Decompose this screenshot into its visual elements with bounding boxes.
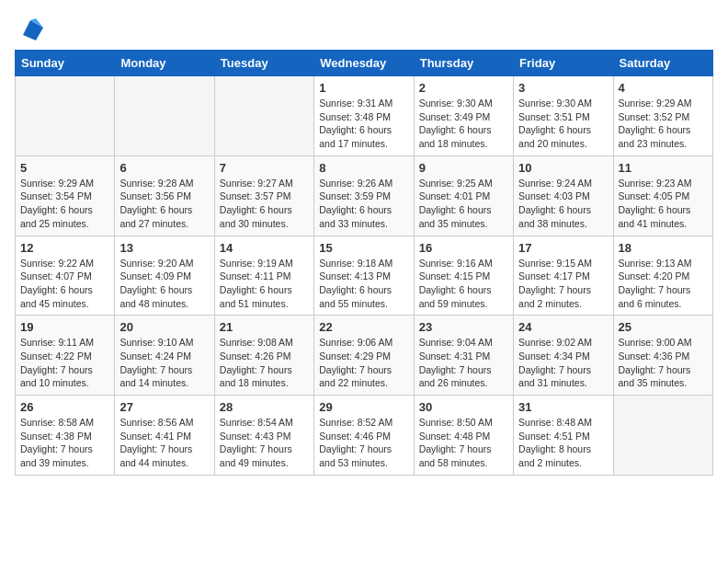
day-info: Sunrise: 8:58 AM Sunset: 4:38 PM Dayligh… bbox=[20, 416, 109, 470]
day-number: 13 bbox=[119, 241, 209, 255]
day-info: Sunrise: 9:29 AM Sunset: 3:52 PM Dayligh… bbox=[619, 97, 708, 151]
day-info: Sunrise: 9:13 AM Sunset: 4:20 PM Dayligh… bbox=[619, 257, 708, 311]
calendar-cell: 25Sunrise: 9:00 AM Sunset: 4:36 PM Dayli… bbox=[613, 316, 712, 396]
day-number: 19 bbox=[20, 320, 109, 334]
calendar-cell: 22Sunrise: 9:06 AM Sunset: 4:29 PM Dayli… bbox=[314, 316, 414, 396]
calendar-cell: 9Sunrise: 9:25 AM Sunset: 4:01 PM Daylig… bbox=[414, 155, 513, 236]
day-number: 20 bbox=[119, 320, 209, 334]
day-number: 21 bbox=[220, 320, 309, 334]
calendar-cell: 2Sunrise: 9:30 AM Sunset: 3:49 PM Daylig… bbox=[414, 76, 513, 156]
day-info: Sunrise: 9:30 AM Sunset: 3:51 PM Dayligh… bbox=[518, 97, 608, 151]
calendar-header-row: SundayMondayTuesdayWednesdayThursdayFrid… bbox=[16, 51, 713, 76]
calendar-header-sunday: Sunday bbox=[16, 51, 115, 76]
day-number: 11 bbox=[619, 161, 708, 175]
calendar-header-wednesday: Wednesday bbox=[314, 51, 414, 76]
day-number: 18 bbox=[619, 241, 708, 255]
day-number: 5 bbox=[20, 161, 109, 175]
calendar-cell: 15Sunrise: 9:18 AM Sunset: 4:13 PM Dayli… bbox=[314, 236, 414, 316]
day-number: 26 bbox=[20, 400, 109, 414]
day-info: Sunrise: 9:29 AM Sunset: 3:54 PM Dayligh… bbox=[20, 177, 109, 231]
calendar-cell bbox=[16, 76, 115, 156]
calendar-week-row: 5Sunrise: 9:29 AM Sunset: 3:54 PM Daylig… bbox=[16, 155, 713, 236]
calendar-cell: 20Sunrise: 9:10 AM Sunset: 4:24 PM Dayli… bbox=[115, 316, 214, 396]
day-number: 25 bbox=[619, 320, 708, 334]
day-info: Sunrise: 9:11 AM Sunset: 4:22 PM Dayligh… bbox=[20, 336, 109, 390]
logo-icon bbox=[17, 15, 43, 40]
day-number: 16 bbox=[419, 241, 508, 255]
day-number: 17 bbox=[518, 241, 608, 255]
day-number: 30 bbox=[419, 400, 508, 414]
day-number: 15 bbox=[319, 241, 408, 255]
day-number: 24 bbox=[518, 320, 608, 334]
day-info: Sunrise: 8:54 AM Sunset: 4:43 PM Dayligh… bbox=[220, 416, 309, 470]
calendar-header-monday: Monday bbox=[115, 51, 214, 76]
day-number: 12 bbox=[20, 241, 109, 255]
day-number: 23 bbox=[419, 320, 508, 334]
day-number: 27 bbox=[119, 400, 209, 414]
day-number: 9 bbox=[419, 161, 508, 175]
calendar-cell: 27Sunrise: 8:56 AM Sunset: 4:41 PM Dayli… bbox=[115, 396, 214, 476]
calendar-cell: 13Sunrise: 9:20 AM Sunset: 4:09 PM Dayli… bbox=[115, 236, 214, 316]
calendar-cell: 28Sunrise: 8:54 AM Sunset: 4:43 PM Dayli… bbox=[214, 396, 313, 476]
calendar-cell: 23Sunrise: 9:04 AM Sunset: 4:31 PM Dayli… bbox=[414, 316, 513, 396]
calendar-cell: 8Sunrise: 9:26 AM Sunset: 3:59 PM Daylig… bbox=[314, 155, 414, 236]
calendar-cell: 11Sunrise: 9:23 AM Sunset: 4:05 PM Dayli… bbox=[613, 155, 712, 236]
calendar-week-row: 12Sunrise: 9:22 AM Sunset: 4:07 PM Dayli… bbox=[16, 236, 713, 316]
calendar-cell: 29Sunrise: 8:52 AM Sunset: 4:46 PM Dayli… bbox=[314, 396, 414, 476]
day-info: Sunrise: 9:20 AM Sunset: 4:09 PM Dayligh… bbox=[119, 257, 209, 311]
day-info: Sunrise: 9:18 AM Sunset: 4:13 PM Dayligh… bbox=[319, 257, 408, 311]
calendar-header-thursday: Thursday bbox=[414, 51, 513, 76]
day-number: 1 bbox=[319, 81, 408, 95]
calendar-cell bbox=[613, 396, 712, 476]
day-info: Sunrise: 9:25 AM Sunset: 4:01 PM Dayligh… bbox=[419, 177, 508, 231]
day-info: Sunrise: 9:27 AM Sunset: 3:57 PM Dayligh… bbox=[220, 177, 309, 231]
day-number: 10 bbox=[518, 161, 608, 175]
logo bbox=[15, 15, 43, 40]
calendar-cell: 5Sunrise: 9:29 AM Sunset: 3:54 PM Daylig… bbox=[16, 155, 115, 236]
calendar-header-saturday: Saturday bbox=[613, 51, 712, 76]
day-info: Sunrise: 9:04 AM Sunset: 4:31 PM Dayligh… bbox=[419, 336, 508, 390]
day-info: Sunrise: 9:00 AM Sunset: 4:36 PM Dayligh… bbox=[619, 336, 708, 390]
day-info: Sunrise: 8:48 AM Sunset: 4:51 PM Dayligh… bbox=[518, 416, 608, 470]
day-info: Sunrise: 9:08 AM Sunset: 4:26 PM Dayligh… bbox=[220, 336, 309, 390]
calendar-cell: 19Sunrise: 9:11 AM Sunset: 4:22 PM Dayli… bbox=[16, 316, 115, 396]
day-info: Sunrise: 9:16 AM Sunset: 4:15 PM Dayligh… bbox=[419, 257, 508, 311]
calendar-header-tuesday: Tuesday bbox=[214, 51, 313, 76]
calendar-cell: 24Sunrise: 9:02 AM Sunset: 4:34 PM Dayli… bbox=[514, 316, 613, 396]
calendar-cell: 18Sunrise: 9:13 AM Sunset: 4:20 PM Dayli… bbox=[613, 236, 712, 316]
day-number: 8 bbox=[319, 161, 408, 175]
calendar-cell: 12Sunrise: 9:22 AM Sunset: 4:07 PM Dayli… bbox=[16, 236, 115, 316]
day-info: Sunrise: 8:52 AM Sunset: 4:46 PM Dayligh… bbox=[319, 416, 408, 470]
calendar-week-row: 26Sunrise: 8:58 AM Sunset: 4:38 PM Dayli… bbox=[16, 396, 713, 476]
calendar-cell: 26Sunrise: 8:58 AM Sunset: 4:38 PM Dayli… bbox=[16, 396, 115, 476]
day-info: Sunrise: 9:15 AM Sunset: 4:17 PM Dayligh… bbox=[518, 257, 608, 311]
calendar-cell: 1Sunrise: 9:31 AM Sunset: 3:48 PM Daylig… bbox=[314, 76, 414, 156]
day-info: Sunrise: 9:23 AM Sunset: 4:05 PM Dayligh… bbox=[619, 177, 708, 231]
day-info: Sunrise: 9:10 AM Sunset: 4:24 PM Dayligh… bbox=[119, 336, 209, 390]
calendar-cell bbox=[214, 76, 313, 156]
day-number: 22 bbox=[319, 320, 408, 334]
calendar-cell: 17Sunrise: 9:15 AM Sunset: 4:17 PM Dayli… bbox=[514, 236, 613, 316]
calendar-cell: 14Sunrise: 9:19 AM Sunset: 4:11 PM Dayli… bbox=[214, 236, 313, 316]
day-number: 31 bbox=[518, 400, 608, 414]
day-number: 3 bbox=[518, 81, 608, 95]
svg-marker-0 bbox=[23, 20, 43, 40]
day-info: Sunrise: 9:02 AM Sunset: 4:34 PM Dayligh… bbox=[518, 336, 608, 390]
day-info: Sunrise: 9:24 AM Sunset: 4:03 PM Dayligh… bbox=[518, 177, 608, 231]
calendar-cell: 6Sunrise: 9:28 AM Sunset: 3:56 PM Daylig… bbox=[115, 155, 214, 236]
day-info: Sunrise: 9:06 AM Sunset: 4:29 PM Dayligh… bbox=[319, 336, 408, 390]
day-info: Sunrise: 9:30 AM Sunset: 3:49 PM Dayligh… bbox=[419, 97, 508, 151]
calendar-cell: 21Sunrise: 9:08 AM Sunset: 4:26 PM Dayli… bbox=[214, 316, 313, 396]
calendar-cell: 30Sunrise: 8:50 AM Sunset: 4:48 PM Dayli… bbox=[414, 396, 513, 476]
day-info: Sunrise: 9:26 AM Sunset: 3:59 PM Dayligh… bbox=[319, 177, 408, 231]
day-info: Sunrise: 9:19 AM Sunset: 4:11 PM Dayligh… bbox=[220, 257, 309, 311]
calendar-cell: 4Sunrise: 9:29 AM Sunset: 3:52 PM Daylig… bbox=[613, 76, 712, 156]
calendar-cell: 10Sunrise: 9:24 AM Sunset: 4:03 PM Dayli… bbox=[514, 155, 613, 236]
day-number: 6 bbox=[119, 161, 209, 175]
calendar-week-row: 1Sunrise: 9:31 AM Sunset: 3:48 PM Daylig… bbox=[16, 76, 713, 156]
page-header bbox=[15, 15, 713, 40]
calendar-cell: 31Sunrise: 8:48 AM Sunset: 4:51 PM Dayli… bbox=[514, 396, 613, 476]
day-info: Sunrise: 9:22 AM Sunset: 4:07 PM Dayligh… bbox=[20, 257, 109, 311]
day-number: 2 bbox=[419, 81, 508, 95]
day-number: 28 bbox=[220, 400, 309, 414]
